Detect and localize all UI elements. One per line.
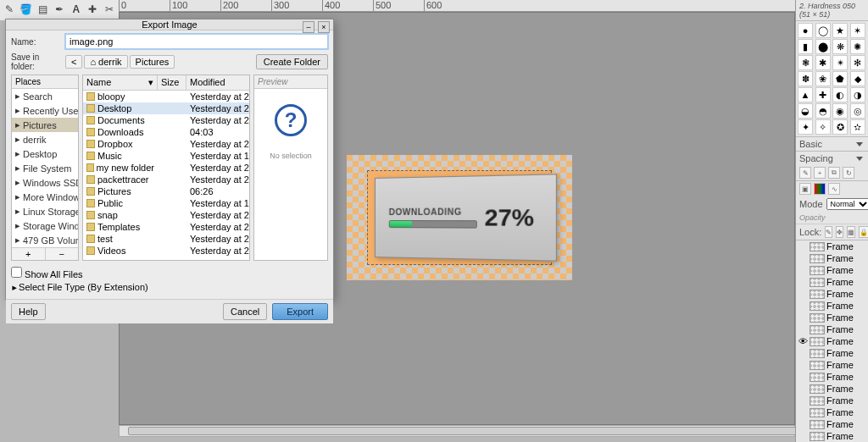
file-row[interactable]: TemplatesYesterday at 23:23 xyxy=(83,221,249,233)
file-row[interactable]: VideosYesterday at 23:23 xyxy=(83,245,249,257)
layer-row[interactable]: Frame xyxy=(796,347,868,359)
eye-icon[interactable] xyxy=(798,312,808,323)
horizontal-scrollbar[interactable] xyxy=(119,425,795,437)
eye-icon[interactable] xyxy=(798,419,808,429)
brush-swatch[interactable]: ⬟ xyxy=(832,71,848,86)
brush-swatch[interactable]: ◆ xyxy=(850,71,865,86)
eye-icon[interactable]: 👁 xyxy=(798,336,808,346)
file-row[interactable]: DesktopYesterday at 23:13 xyxy=(83,102,249,114)
eye-icon[interactable] xyxy=(798,395,808,406)
export-button[interactable]: Export xyxy=(272,303,328,320)
place-item[interactable]: ▸Linux Storage xyxy=(12,204,78,218)
show-all-files-checkbox[interactable]: Show All Files xyxy=(11,267,328,279)
scroll-thumb[interactable] xyxy=(128,427,857,435)
brush-swatch[interactable]: ✺ xyxy=(850,39,865,54)
layer-row[interactable]: Frame xyxy=(796,383,868,395)
lock-position-icon[interactable]: ✥ xyxy=(836,226,843,238)
pencil-icon[interactable]: ✎ xyxy=(2,2,17,17)
create-folder-button[interactable]: Create Folder xyxy=(256,54,328,69)
places-add-button[interactable]: + xyxy=(12,248,46,260)
place-item[interactable]: ▸Pictures xyxy=(12,118,78,132)
path-back-button[interactable]: < xyxy=(65,55,82,69)
brush-swatch[interactable]: ❃ xyxy=(798,55,813,70)
layer-row[interactable]: Frame xyxy=(796,240,868,252)
eye-icon[interactable] xyxy=(798,372,808,382)
help-button[interactable]: Help xyxy=(11,303,46,320)
file-row[interactable]: bloopyYesterday at 23:13 xyxy=(83,91,249,102)
places-remove-button[interactable]: − xyxy=(46,248,79,260)
layer-row[interactable]: Frame xyxy=(796,276,868,288)
brush-swatch[interactable]: ✧ xyxy=(815,119,831,135)
brush-swatch[interactable]: ❀ xyxy=(815,71,831,86)
layer-row[interactable]: Frame xyxy=(796,300,868,312)
brush-swatch[interactable]: ★ xyxy=(832,23,848,38)
eye-icon[interactable] xyxy=(798,431,808,441)
place-item[interactable]: ▸Storage Windows xyxy=(12,218,78,233)
brush-swatch[interactable]: ◉ xyxy=(832,103,848,119)
layer-row[interactable]: 👁Frame xyxy=(796,335,868,347)
file-row[interactable]: my new folderYesterday at 23:23 xyxy=(83,162,249,174)
brush-swatch[interactable]: ⬤ xyxy=(815,39,831,54)
brush-swatch[interactable]: ◐ xyxy=(832,87,848,102)
file-row[interactable]: Pictures06:26 xyxy=(83,185,249,197)
eye-icon[interactable] xyxy=(798,277,808,287)
eye-icon[interactable] xyxy=(798,324,808,334)
place-item[interactable]: ▸Recently Used xyxy=(12,103,78,118)
lock-alpha-icon[interactable]: ▦ xyxy=(847,226,855,238)
lock-all-icon[interactable]: 🔒 xyxy=(859,226,868,238)
place-item[interactable]: ▸479 GB Volume xyxy=(12,233,78,247)
gradient-icon[interactable]: ▤ xyxy=(35,2,50,17)
place-item[interactable]: ▸Search xyxy=(12,89,78,103)
minimize-icon[interactable]: – xyxy=(303,21,314,33)
eye-icon[interactable] xyxy=(798,384,808,394)
bucket-icon[interactable]: 🪣 xyxy=(19,2,34,17)
heal-icon[interactable]: ✚ xyxy=(86,2,101,17)
file-row[interactable]: DropboxYesterday at 23:23 xyxy=(83,138,249,150)
brush-swatch[interactable]: ◎ xyxy=(850,103,865,119)
file-row[interactable]: testYesterday at 23:23 xyxy=(83,233,249,245)
brush-swatch[interactable]: ✫ xyxy=(850,119,865,135)
file-row[interactable]: snapYesterday at 23:23 xyxy=(83,209,249,221)
brush-swatch[interactable]: ▮ xyxy=(798,39,813,54)
brush-refresh-icon[interactable]: ↻ xyxy=(843,167,854,179)
place-item[interactable]: ▸Windows SSD sto... xyxy=(12,175,78,190)
eye-icon[interactable] xyxy=(798,241,808,251)
eye-icon[interactable] xyxy=(798,253,808,263)
channels-tab-icon[interactable] xyxy=(814,183,826,195)
brush-swatch[interactable]: ✽ xyxy=(798,71,813,86)
brush-swatch[interactable]: ❋ xyxy=(832,39,848,54)
eye-icon[interactable] xyxy=(798,301,808,311)
select-file-type-expander[interactable]: ▾ Select File Type (By Extension) xyxy=(11,282,328,293)
eye-icon[interactable] xyxy=(798,265,808,275)
file-row[interactable]: PublicYesterday at 18:20 xyxy=(83,197,249,209)
brush-swatch[interactable]: ✻ xyxy=(850,55,865,70)
layer-row[interactable]: Frame xyxy=(796,323,868,335)
layer-row[interactable]: Frame xyxy=(796,371,868,383)
brush-swatch[interactable]: ▲ xyxy=(798,87,813,102)
eye-icon[interactable] xyxy=(798,289,808,299)
lock-pixels-icon[interactable]: ✎ xyxy=(825,226,832,238)
layer-row[interactable]: Frame xyxy=(796,359,868,371)
brush-swatch[interactable]: ◑ xyxy=(850,87,865,102)
brush-swatch[interactable]: ✱ xyxy=(815,55,831,70)
col-modified-header[interactable]: Modified xyxy=(186,75,249,90)
eye-icon[interactable] xyxy=(798,348,808,358)
paths-tab-icon[interactable]: ∿ xyxy=(828,183,840,195)
place-item[interactable]: ▸derrik xyxy=(12,132,78,146)
brush-swatch[interactable]: ◯ xyxy=(815,23,831,38)
file-row[interactable]: DocumentsYesterday at 23:13 xyxy=(83,114,249,126)
brush-edit-icon[interactable]: ✎ xyxy=(799,167,811,179)
brush-swatch[interactable]: ✶ xyxy=(850,23,865,38)
file-row[interactable]: MusicYesterday at 18:20 xyxy=(83,150,249,162)
eye-icon[interactable] xyxy=(798,407,808,417)
brush-dup-icon[interactable]: ⧉ xyxy=(828,167,840,179)
brush-swatch[interactable]: ✴ xyxy=(832,55,848,70)
col-size-header[interactable]: Size xyxy=(158,75,186,90)
brush-swatch[interactable]: ✪ xyxy=(832,119,848,135)
close-icon[interactable]: × xyxy=(318,21,330,33)
dialog-titlebar[interactable]: Export Image – × xyxy=(6,19,333,30)
brush-swatch[interactable]: ◓ xyxy=(815,103,831,119)
brush-swatch[interactable]: ◒ xyxy=(798,103,813,119)
place-item[interactable]: ▸File System xyxy=(12,161,78,175)
layer-row[interactable]: Frame xyxy=(796,252,868,264)
